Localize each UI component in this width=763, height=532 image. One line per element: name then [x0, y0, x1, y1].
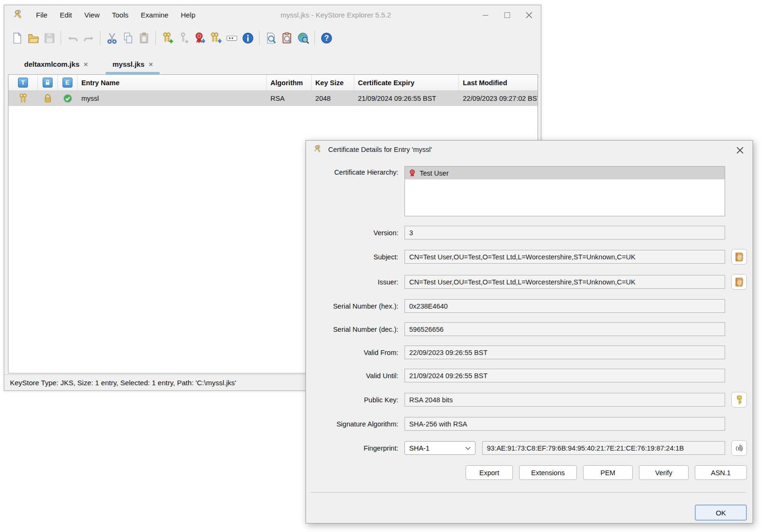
tab-close-icon[interactable]: × [149, 60, 153, 68]
table-header-row: T E Entry Name Algorithm Key Size Certif… [9, 75, 538, 91]
app-keys-icon [313, 144, 323, 155]
paste-button[interactable] [136, 30, 152, 46]
menu-help[interactable]: Help [175, 5, 202, 25]
help-button[interactable]: ? [318, 30, 334, 46]
svg-text:?: ? [324, 34, 329, 42]
properties-info-icon [242, 32, 254, 44]
menu-edit[interactable]: Edit [54, 5, 78, 25]
certificate-hierarchy-list[interactable]: Test User [404, 166, 725, 216]
entry-last-modified-cell: 22/09/2023 09:27:02 BST [459, 91, 538, 106]
entry-algorithm-cell: RSA [267, 91, 312, 106]
extensions-button[interactable]: Extensions [519, 465, 577, 480]
tab-myssl-jks[interactable]: myssl.jks × [105, 53, 160, 74]
app-keys-icon [12, 9, 24, 21]
examine-ssl-button[interactable] [295, 30, 311, 46]
column-header-algorithm[interactable]: Algorithm [267, 75, 312, 90]
examine-file-button[interactable] [263, 30, 279, 46]
close-icon [526, 12, 532, 18]
certificate-rosette-icon [408, 169, 416, 177]
menu-tools[interactable]: Tools [106, 5, 135, 25]
generate-secret-key-icon [177, 32, 190, 44]
copy-button[interactable] [120, 30, 136, 46]
import-trusted-certificate-button[interactable] [191, 30, 207, 46]
column-header-last-modified[interactable]: Last Modified [459, 75, 538, 90]
column-header-entry-name[interactable]: Entry Name [78, 75, 267, 90]
type-column-icon: T [18, 78, 28, 88]
column-header-expiry[interactable]: E [58, 75, 78, 90]
public-key-label: Public Key: [310, 396, 404, 404]
dialog-title: Certificate Details for Entry 'myssl' [328, 146, 432, 153]
fingerprint-label: Fingerprint: [310, 444, 404, 452]
tab-close-icon[interactable]: × [84, 60, 88, 68]
tab-bar: deltaxmlcom.jks × myssl.jks × [4, 51, 541, 74]
close-icon [736, 147, 744, 154]
entry-expiry-cell [58, 91, 78, 106]
import-trusted-certificate-icon [193, 32, 206, 44]
fingerprint-algorithm-select[interactable]: SHA-1 [404, 441, 476, 455]
cut-button[interactable] [104, 30, 120, 46]
serial-hex-field: 0x238E4640 [404, 299, 725, 313]
subject-field: CN=Test User,OU=Test,O=Test Ltd,L=Worces… [404, 250, 725, 264]
hierarchy-item-label: Test User [420, 169, 449, 177]
titlebar: File Edit View Tools Examine Help myssl.… [4, 5, 541, 25]
column-header-lock[interactable] [38, 75, 58, 90]
verify-button[interactable]: Verify [639, 465, 689, 480]
tab-deltaxmlcom-jks[interactable]: deltaxmlcom.jks × [17, 53, 95, 74]
open-keystore-button[interactable] [25, 30, 41, 46]
examine-clipboard-button[interactable] [279, 30, 295, 46]
locked-icon [43, 93, 53, 104]
import-key-pair-button[interactable] [207, 30, 224, 46]
table-row-myssl[interactable]: myssl RSA 2048 21/09/2024 09:26:55 BST 2… [9, 91, 538, 106]
entry-type-cell [9, 91, 38, 106]
ok-button[interactable]: OK [695, 505, 747, 521]
key-pair-icon [18, 93, 29, 104]
open-icon [27, 32, 40, 44]
fingerprint-field: 93:AE:91:73:C8:EF:79:6B:94:95:40:21:7E:2… [482, 441, 725, 455]
column-header-type[interactable]: T [9, 75, 38, 90]
redo-button[interactable] [81, 30, 97, 46]
public-key-details-button[interactable] [731, 392, 747, 408]
export-button[interactable]: Export [466, 465, 513, 480]
generate-key-pair-button[interactable] [159, 30, 175, 46]
dialog-close-button[interactable] [734, 144, 746, 156]
menu-view[interactable]: View [78, 5, 106, 25]
toolbar-separator [155, 31, 156, 45]
minimize-button[interactable] [475, 5, 496, 25]
valid-until-label: Valid Until: [310, 372, 404, 380]
signature-algorithm-label: Signature Algorithm: [310, 420, 404, 428]
fingerprint-details-button[interactable] [731, 440, 747, 456]
serial-hex-label: Serial Number (hex.): [310, 302, 404, 310]
toolbar-separator [100, 31, 100, 45]
undo-button[interactable] [64, 30, 81, 46]
column-header-certificate-expiry[interactable]: Certificate Expiry [354, 75, 459, 90]
examine-clipboard-icon [281, 32, 294, 44]
properties-button[interactable] [240, 30, 256, 46]
close-button[interactable] [518, 5, 540, 25]
public-key-field: RSA 2048 bits [404, 393, 725, 407]
entry-certificate-expiry-cell: 21/09/2024 09:26:55 BST [354, 91, 459, 106]
issuer-details-button[interactable]: @ [731, 274, 747, 290]
issuer-label: Issuer: [310, 278, 404, 286]
hierarchy-item-test-user[interactable]: Test User [405, 167, 725, 179]
chevron-down-icon [465, 446, 471, 450]
menu-file[interactable]: File [30, 5, 54, 25]
undo-icon [66, 32, 79, 44]
maximize-button[interactable] [496, 5, 518, 25]
asn1-button[interactable]: ASN.1 [695, 465, 747, 480]
subject-details-button[interactable]: @ [731, 249, 747, 265]
column-header-key-size[interactable]: Key Size [312, 75, 354, 90]
save-keystore-button[interactable] [41, 30, 57, 46]
subject-label: Subject: [310, 253, 404, 261]
cut-icon [106, 32, 118, 44]
menu-examine[interactable]: Examine [135, 5, 174, 25]
valid-from-label: Valid From: [310, 349, 404, 356]
version-field: 3 [404, 226, 725, 239]
issuer-field: CN=Test User,OU=Test,O=Test Ltd,L=Worces… [404, 275, 725, 289]
toolbar-separator [314, 31, 315, 45]
new-keystore-button[interactable] [9, 30, 25, 46]
generate-secret-key-button[interactable] [175, 30, 191, 46]
pem-button[interactable]: PEM [583, 465, 633, 480]
lock-column-icon [43, 78, 53, 88]
toolbar-separator [259, 31, 260, 45]
set-password-button[interactable] [224, 30, 240, 46]
